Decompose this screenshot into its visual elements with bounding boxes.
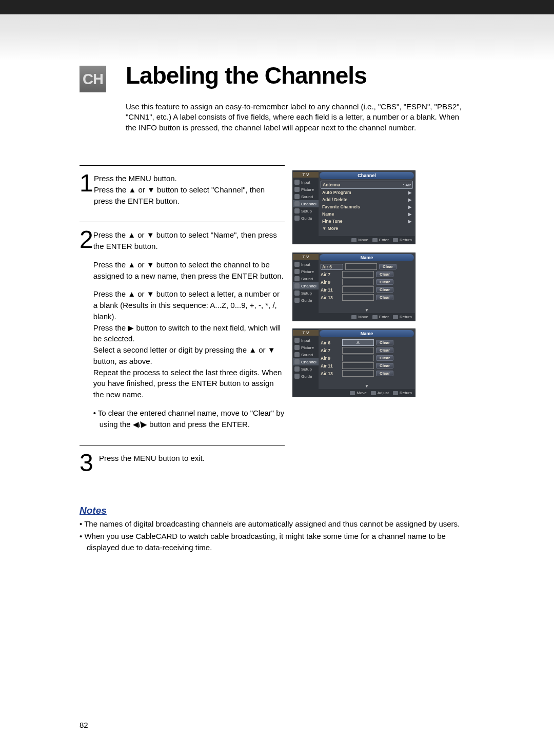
osd-channel-label: Air 7 [321,348,340,353]
osd-footer-item: Move [351,315,368,319]
osd-side-icon [294,216,300,221]
osd-side-item: Input [293,261,319,268]
osd-tv-label: T V [293,172,319,178]
osd-footer-icon [372,238,378,242]
osd-footer-item: Adjust [371,391,389,395]
osd-title: Name [320,254,414,261]
osd-channel-label: Air 6 [321,340,340,345]
osd-menu-value: ▶ [408,212,411,217]
osd-channel-label: Air 13 [321,295,340,300]
step: 3Press the MENU button to exit. [80,445,285,491]
step-number: 1 [80,171,94,206]
osd-clear-button: Clear [376,287,393,293]
osd-sidebar: T V InputPictureSoundChannelSetupGuide [293,171,319,244]
osd-side-item: Channel [293,200,319,207]
osd-channel-label: Air 11 [321,363,340,369]
osd-channel-label: Air 11 [321,287,340,293]
osd-tv-label: T V [293,254,319,260]
osd-clear-button: Clear [376,371,393,376]
osd-footer-label: Return [400,238,412,242]
osd-side-icon [294,283,300,288]
osd-menu-label: Name [322,211,334,217]
step-paragraph: Press the ▲ or ▼ button to select the ch… [93,259,285,282]
page-number: 82 [80,721,88,729]
step-paragraph: Press the ▲ or ▼ button to select "Name"… [93,229,285,252]
osd-menu-value: ▶ [408,198,411,202]
osd-side-item: Setup [293,365,319,373]
osd-sidebar: T V InputPictureSoundChannelSetupGuide [293,329,319,397]
osd-footer-icon [372,315,378,319]
osd-footer-item: Return [393,391,412,395]
osd-clear-button: Clear [376,355,393,361]
step-paragraph: • To clear the entered channel name, mov… [93,408,285,430]
osd-name-rows: Air 6ClearAir 7ClearAir 9ClearAir 11Clea… [319,263,415,307]
osd-side-icon [294,374,300,379]
osd-footer-icon [351,238,357,242]
osd-footer-label: Move [358,315,368,319]
osd-clear-button: Clear [376,363,393,369]
osd-menu-item: ▼ More [321,225,413,232]
osd-name-row: Air 11Clear [321,362,413,370]
osd-channel-label: Air 7 [321,272,340,277]
osd-side-label: Input [301,180,310,185]
osd-menu-label: Fine Tune [322,219,343,224]
osd-footer: MoveEnterReturn [319,313,415,321]
osd-menu-value: ▶ [408,205,411,209]
osd-footer-label: Move [357,391,367,395]
step-body: Press the MENU button to exit. [99,451,205,475]
osd-footer-label: Adjust [378,391,389,395]
osd-side-label: Channel [301,202,316,206]
osd-side-item: Picture [293,268,319,275]
osd-menu-item: Fine Tune▶ [321,218,413,225]
osd-menu-value: : Air [403,183,411,187]
step: 2Press the ▲ or ▼ button to select "Name… [80,222,285,445]
step-body: Press the MENU button.Press the ▲ or ▼ b… [94,171,285,206]
steps-list: 1Press the MENU button.Press the ▲ or ▼ … [80,165,285,491]
osd-footer-label: Return [400,391,412,395]
osd-side-icon [294,194,300,199]
osd-menu-item: Antenna: Air [321,181,413,189]
osd-side-icon [294,208,300,214]
osd-side-item: Sound [293,351,319,358]
osd-side-item: Guide [293,297,319,304]
osd-name-field [342,286,374,293]
osd-footer-label: Move [358,238,368,242]
page-title: Labeling the Channels [126,62,367,89]
osd-name-field [342,362,374,369]
osd-name-row: Air 9Clear [321,354,413,362]
osd-menu-value: ▶ [408,219,411,224]
osd-name-row: Air 9Clear [321,278,413,286]
notes-section: Notes • The names of digital broadcastin… [80,505,472,554]
osd-clear-button: Clear [376,272,393,277]
osd-footer-icon [350,391,355,395]
osd-menu-label: Antenna [323,182,340,187]
osd-channel-label: Air 9 [321,356,340,361]
osd-footer-label: Enter [379,315,389,319]
osd-clear-button: Clear [376,279,393,285]
osd-name-field [345,263,377,270]
osd-side-label: Setup [301,209,312,214]
osd-side-item: Sound [293,275,319,282]
osd-footer-item: Enter [372,238,389,242]
osd-channel-label: Air 13 [321,371,340,376]
notes-heading: Notes [80,505,472,516]
osd-footer: MoveAdjustReturn [319,389,415,397]
osd-tv-label: T V [293,330,319,336]
osd-side-icon [294,338,300,343]
osd-side-icon [294,359,300,364]
osd-side-label: Guide [301,374,312,379]
osd-side-icon [294,180,300,185]
osd-side-icon [294,290,300,296]
osd-side-label: Guide [301,298,312,303]
osd-channel-label: Air 9 [321,280,340,285]
osd-side-icon [294,187,300,192]
osd-clear-button: Clear [376,340,393,345]
osd-menu-label: Favorite Channels [322,204,360,209]
chapter-badge-text: CH [83,71,103,88]
osd-side-label: Channel [301,284,316,288]
note-item: • The names of digital broadcasting chan… [80,518,472,530]
osd-menu: Antenna: AirAuto Program▶Add / Delete▶Fa… [319,181,415,236]
osd-side-label: Picture [301,345,314,350]
osd-footer-item: Return [393,238,412,242]
osd-menu-value: ▶ [408,190,411,195]
